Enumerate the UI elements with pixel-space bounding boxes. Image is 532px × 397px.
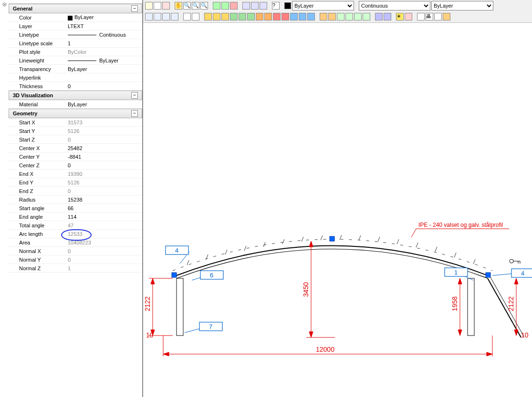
property-value[interactable]: ByLayer	[66, 66, 142, 72]
toolbar-icon[interactable]	[162, 2, 170, 10]
property-value[interactable]: ByLayer	[66, 58, 142, 63]
linetype-dropdown[interactable]: Continuous	[359, 1, 430, 10]
toolbar-icon[interactable]	[290, 13, 298, 20]
toolbar-icon[interactable]	[417, 13, 425, 20]
grip-midpoint[interactable]	[330, 236, 334, 241]
sun-icon[interactable]: ☀	[396, 13, 404, 20]
property-row[interactable]: ColorByLayer	[9, 13, 142, 22]
toolbar-icon[interactable]	[256, 13, 263, 20]
property-value[interactable]: 31573	[66, 120, 142, 125]
toolbar-icon[interactable]	[251, 2, 259, 10]
toolbar-icon[interactable]	[320, 13, 327, 20]
property-value[interactable]: 66	[66, 205, 142, 211]
toolbar-icon[interactable]	[307, 13, 315, 20]
toolbar-icon[interactable]	[375, 13, 383, 20]
property-value[interactable]: 12533	[66, 231, 142, 237]
toolbar-icon[interactable]	[242, 2, 250, 10]
toolbar-icon[interactable]	[221, 13, 229, 20]
toolbar-icon[interactable]	[443, 13, 450, 20]
property-value[interactable]: 0	[66, 83, 142, 89]
toolbar-icon[interactable]	[354, 13, 362, 20]
property-row[interactable]: Center Y-8841	[9, 153, 142, 161]
toolbar-icon[interactable]	[230, 13, 238, 20]
property-row[interactable]: Center Z0	[9, 161, 142, 170]
property-value[interactable]: -8841	[66, 154, 142, 160]
toolbar-icon[interactable]	[337, 13, 344, 20]
property-row[interactable]: LinetypeContinuous	[9, 31, 142, 39]
toolbar-icon[interactable]	[328, 13, 336, 20]
zoom-extents-icon[interactable]: 🔍	[200, 2, 208, 10]
property-value[interactable]: 1	[66, 265, 142, 271]
toolbar-icon[interactable]	[171, 13, 178, 20]
toolbar-icon[interactable]	[213, 2, 220, 10]
property-row[interactable]: Start angle66	[9, 204, 142, 213]
section-3dvis-header[interactable]: 3D Visualization −	[9, 91, 142, 100]
property-value[interactable]: 1	[66, 41, 142, 46]
property-value[interactable]: 25482	[66, 145, 142, 151]
property-row[interactable]: Normal Y0	[9, 255, 142, 264]
toolbar-icon[interactable]	[221, 2, 229, 10]
toolbar-icon[interactable]	[363, 13, 370, 20]
toolbar-icon[interactable]	[247, 13, 255, 20]
property-value[interactable]: 47	[66, 223, 142, 228]
lineweight-dropdown[interactable]: ByLayer	[431, 1, 493, 10]
property-value[interactable]: 0	[66, 163, 142, 168]
property-row[interactable]: Hyperlink	[9, 73, 142, 82]
toolbar-icon[interactable]	[282, 13, 289, 20]
collapse-icon[interactable]: −	[131, 92, 138, 99]
toolbar-icon[interactable]	[260, 2, 267, 10]
property-row[interactable]: Normal Z1	[9, 264, 142, 273]
section-geometry-header[interactable]: Geometry −	[9, 109, 142, 118]
zoom-window-icon[interactable]: 🔍	[192, 2, 199, 10]
property-row[interactable]: Arc length12533	[9, 230, 142, 238]
property-row[interactable]: LineweightByLayer	[9, 56, 142, 65]
toolbar-icon[interactable]	[230, 2, 238, 10]
property-value[interactable]: 0	[66, 257, 142, 263]
property-value[interactable]: 10408223	[66, 240, 142, 245]
collapse-icon[interactable]: −	[131, 5, 138, 12]
layer-color-dropdown[interactable]: ByLayer	[292, 1, 354, 10]
toolbar-icon[interactable]	[162, 13, 170, 20]
grip-endpoint[interactable]	[172, 273, 177, 277]
toolbar-icon[interactable]	[384, 13, 391, 20]
property-value[interactable]: 5126	[66, 128, 142, 134]
property-value[interactable]: ByLayer	[66, 102, 142, 107]
toolbar-icon[interactable]	[213, 13, 220, 20]
drawing-canvas[interactable]: IPE - 240 valset og galv. stålprofil 4 6…	[144, 23, 532, 397]
grip-endpoint[interactable]	[486, 273, 490, 277]
property-row[interactable]: End Z0	[9, 187, 142, 195]
property-row[interactable]: Start Z0	[9, 135, 142, 144]
property-row[interactable]: Area10408223	[9, 238, 142, 247]
property-row[interactable]: Radius15238	[9, 195, 142, 204]
property-row[interactable]: Normal X0	[9, 247, 142, 255]
toolbar-icon[interactable]	[405, 13, 412, 20]
property-value[interactable]: LTEXT	[66, 23, 142, 29]
property-value[interactable]: Continuous	[66, 32, 142, 38]
property-row[interactable]: End X19390	[9, 170, 142, 178]
help-icon[interactable]: ?	[272, 2, 280, 10]
toolbar-icon[interactable]	[434, 13, 442, 20]
toolbar-icon[interactable]	[299, 13, 306, 20]
property-value[interactable]: 0	[66, 188, 142, 194]
property-row[interactable]: TransparencyByLayer	[9, 65, 142, 73]
section-general-header[interactable]: General −	[9, 4, 142, 13]
toolbar-icon[interactable]	[239, 13, 246, 20]
property-row[interactable]: MaterialByLayer	[9, 100, 142, 109]
toolbar-icon[interactable]	[192, 13, 199, 20]
property-row[interactable]: Thickness0	[9, 82, 142, 91]
toolbar-icon[interactable]	[183, 13, 191, 20]
print-icon[interactable]: 🖶	[426, 13, 433, 20]
property-value[interactable]: 19390	[66, 171, 142, 177]
pan-icon[interactable]: ✋	[175, 2, 182, 10]
collapse-icon[interactable]: −	[131, 110, 138, 117]
property-row[interactable]: End angle114	[9, 213, 142, 221]
zoom-icon[interactable]: 🔍	[183, 2, 191, 10]
property-value[interactable]: 0	[66, 137, 142, 143]
property-row[interactable]: Start X31573	[9, 118, 142, 127]
property-row[interactable]: Start Y5126	[9, 127, 142, 135]
property-row[interactable]: LayerLTEXT	[9, 22, 142, 31]
property-row[interactable]: Linetype scale1	[9, 39, 142, 48]
property-row[interactable]: Center X25482	[9, 144, 142, 153]
toolbar-icon[interactable]	[154, 13, 161, 20]
property-value[interactable]: ByColor	[66, 49, 142, 55]
